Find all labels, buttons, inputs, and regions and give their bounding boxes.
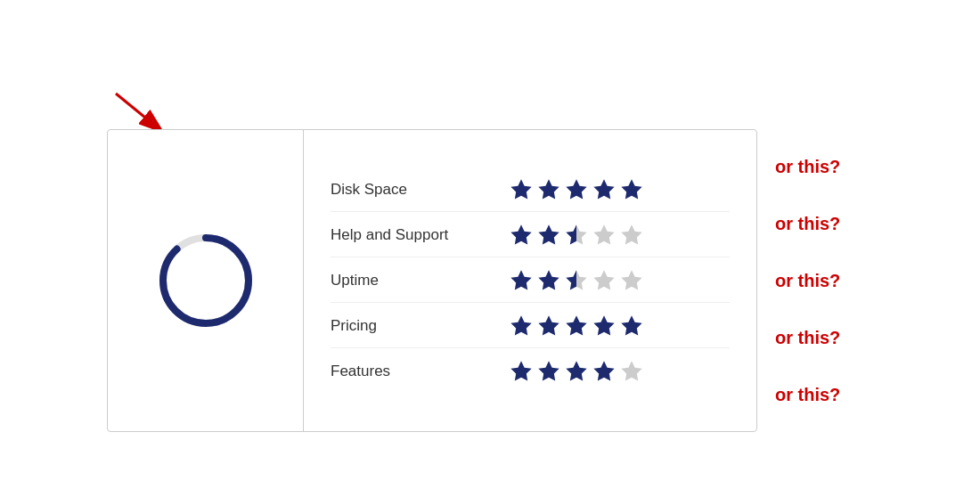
- star-icon: [619, 314, 644, 338]
- rating-card: Disk SpaceHelp and SupportUptimePricingF…: [107, 129, 757, 432]
- side-note: or this?: [775, 158, 840, 175]
- star-icon: [619, 223, 644, 248]
- stars-group: [509, 177, 644, 202]
- star-icon: [509, 177, 534, 202]
- rating-label: Help and Support: [331, 226, 509, 244]
- rating-row: Help and Support: [331, 214, 730, 257]
- star-icon: [592, 359, 617, 384]
- star-icon: [536, 314, 561, 338]
- side-note: or this?: [775, 272, 840, 289]
- svg-point-3: [163, 238, 249, 323]
- star-icon: [509, 268, 534, 293]
- side-note: or this?: [775, 386, 840, 404]
- star-icon: [536, 223, 561, 248]
- rating-row: Pricing: [331, 305, 730, 348]
- svg-line-1: [116, 94, 165, 134]
- rating-row: Disk Space: [331, 168, 730, 212]
- star-icon: [619, 268, 644, 293]
- rating-label: Pricing: [331, 317, 509, 335]
- star-icon: [592, 223, 617, 248]
- rating-label: Disk Space: [331, 181, 509, 199]
- star-icon: [509, 359, 534, 384]
- side-note: or this?: [775, 329, 840, 346]
- star-icon: [564, 359, 589, 384]
- star-icon: [592, 268, 617, 293]
- star-icon: [564, 223, 589, 248]
- star-icon: [592, 314, 617, 338]
- stars-group: [509, 268, 644, 293]
- side-annotations: or this?or this?or this?or this?or this?: [775, 129, 840, 432]
- rating-label: Features: [331, 363, 509, 380]
- rating-row: Uptime: [331, 259, 730, 303]
- gauge-container: [152, 227, 259, 334]
- rating-label: Uptime: [331, 272, 509, 289]
- stars-group: [509, 223, 644, 248]
- star-icon: [564, 268, 589, 293]
- stars-group: [509, 359, 644, 384]
- star-icon: [619, 177, 644, 202]
- gauge-panel: [108, 130, 304, 431]
- star-icon: [509, 223, 534, 248]
- star-icon: [536, 359, 561, 384]
- ratings-panel: Disk SpaceHelp and SupportUptimePricingF…: [304, 130, 756, 431]
- stars-group: [509, 314, 644, 338]
- star-icon: [564, 314, 589, 338]
- star-icon: [619, 359, 644, 384]
- star-icon: [536, 268, 561, 293]
- star-icon: [564, 177, 589, 202]
- gauge-svg: [152, 227, 259, 334]
- side-note: or this?: [775, 215, 840, 232]
- rating-row: Features: [331, 350, 730, 393]
- star-icon: [592, 177, 617, 202]
- star-icon: [509, 314, 534, 338]
- star-icon: [536, 177, 561, 202]
